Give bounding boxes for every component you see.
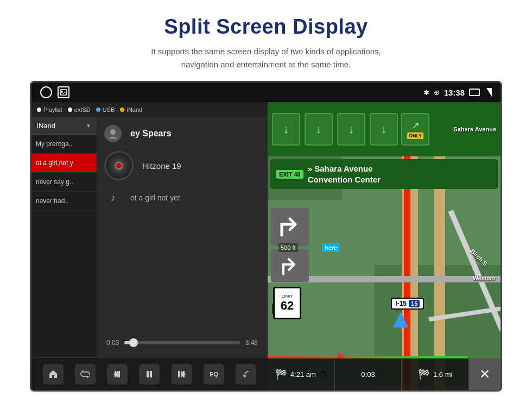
only-arrow-icon: ↗ <box>411 119 420 131</box>
travel-time-item: 0:03 <box>335 358 402 390</box>
svg-rect-6 <box>147 371 149 377</box>
arrow-down-2: ↓ <box>305 113 333 146</box>
arrow-signs-container: ↓ ↓ ↓ ↓ <box>272 113 398 146</box>
progress-thumb <box>129 338 138 347</box>
playlist-item-3[interactable]: never say g.. <box>31 173 97 192</box>
speed-limit-sign: LIMIT 62 <box>273 287 301 319</box>
page-title: Split Screen Display <box>11 15 521 39</box>
status-left <box>40 86 69 98</box>
source-selector[interactable]: iNand ▼ <box>31 117 97 135</box>
arrow-down-4: ↓ <box>370 113 398 146</box>
svg-point-2 <box>110 129 116 135</box>
nav-close-button[interactable]: ✕ <box>469 358 501 390</box>
image-icon <box>58 86 69 98</box>
artist-name: ey Spears <box>130 129 172 138</box>
page-header: Split Screen Display It supports the sam… <box>0 0 532 81</box>
dot-usb <box>96 108 100 112</box>
flag-start-icon: 🏁 <box>275 368 287 380</box>
map-background: ↓ ↓ ↓ ↓ ↗ ONLY Sahara Avenue <box>268 102 501 390</box>
source-inand[interactable]: iNand <box>120 106 142 113</box>
pause-button[interactable] <box>139 364 160 385</box>
playlist-item-2[interactable]: ot a girl,not y <box>31 154 97 173</box>
circle-icon <box>40 86 52 98</box>
highway-sign: ↓ ↓ ↓ ↓ ↗ ONLY Sahara Avenue <box>268 102 501 156</box>
playlist-sidebar: iNand ▼ My preroga.. ot a girl,not y nev… <box>31 117 97 357</box>
highway-shield: I-15 15 <box>391 298 424 310</box>
progress-bar[interactable] <box>124 341 239 344</box>
exit-info-box: EXIT 40 » Sahara Avenue Convention Cente… <box>270 159 498 189</box>
nav-bottom-bar: 🏁 4:21 am ⏱ 0:03 🏁 1.6 mi ✕ <box>268 358 501 390</box>
speed-limit-value: 62 <box>281 299 294 313</box>
nav-panel: ↓ ↓ ↓ ↓ ↗ ONLY Sahara Avenue <box>268 102 501 390</box>
street-label: Sahara Avenue <box>453 126 496 133</box>
split-screen: Playlist extSD USB iNand <box>31 102 501 390</box>
interstate-shield: 15 <box>409 300 420 307</box>
svg-rect-7 <box>150 371 152 377</box>
clock-icon: ⏱ <box>319 370 327 379</box>
music-content: iNand ▼ My preroga.. ot a girl,not y nev… <box>31 117 268 357</box>
status-right: ✱ ⊕ 13:38 <box>423 88 492 97</box>
album-row: Hitzone 19 <box>104 151 260 180</box>
home-button[interactable] <box>43 364 64 385</box>
music-note-icon: ♪ <box>104 189 122 206</box>
source-bar: Playlist extSD USB iNand <box>31 102 268 117</box>
track-title: ot a girl not yet <box>130 193 180 202</box>
repeat-button[interactable] <box>75 364 96 385</box>
location-icon: ⊕ <box>434 89 440 97</box>
prev-button[interactable] <box>107 364 128 385</box>
source-usb[interactable]: USB <box>96 106 115 113</box>
device-frame: ✱ ⊕ 13:38 Playlist extSD <box>30 81 502 392</box>
progress-bar-container: 0:03 3:48 <box>106 339 258 346</box>
music-panel: Playlist extSD USB iNand <box>31 102 268 390</box>
dot-inand <box>120 108 124 112</box>
back-icon <box>486 88 492 97</box>
distance-ft: 500 ft <box>278 243 298 252</box>
turn-icon-secondary <box>271 249 309 282</box>
eq-button[interactable]: EQ <box>204 364 224 385</box>
only-sign: ↗ ONLY <box>401 113 429 146</box>
back-button[interactable] <box>236 364 256 385</box>
svg-point-1 <box>61 91 63 92</box>
bluetooth-icon: ✱ <box>423 89 429 97</box>
eta-value: 4:21 am <box>290 370 316 379</box>
car-position <box>393 312 408 327</box>
exit-destination: » Sahara Avenue Convention Center <box>308 163 381 185</box>
album-name: Hitzone 19 <box>142 161 181 171</box>
svg-rect-4 <box>118 371 120 377</box>
artist-row: ey Spears <box>104 125 260 142</box>
artist-icon <box>104 125 122 142</box>
source-playlist[interactable]: Playlist <box>37 106 62 113</box>
controls-bar: EQ <box>31 357 268 390</box>
dropdown-arrow-icon: ▼ <box>86 123 91 129</box>
only-arrow-box: ↗ ONLY <box>401 113 429 146</box>
dot-playlist <box>37 108 41 112</box>
player-main: ey Spears Hitzone 19 ♪ ot a girl not yet <box>97 117 268 357</box>
status-time: 13:38 <box>444 88 465 97</box>
progress-area: 0:03 3:48 <box>104 339 260 350</box>
only-label: ONLY <box>407 133 423 139</box>
source-extsd[interactable]: extSD <box>68 106 91 113</box>
car-arrow <box>393 312 408 327</box>
route-distance-value: 1.6 mi <box>433 370 452 379</box>
speed-limit-label: LIMIT <box>282 294 293 299</box>
vinyl-disc <box>104 151 134 180</box>
next-button[interactable] <box>172 364 192 385</box>
distance-item: 🏁 1.6 mi <box>402 358 469 390</box>
exit-badge: EXIT 40 <box>276 170 303 179</box>
vinyl-center <box>115 162 123 169</box>
window-icon <box>469 89 480 96</box>
eta-item: 🏁 4:21 am ⏱ <box>268 358 335 390</box>
arrow-down-3: ↓ <box>337 113 365 146</box>
track-title-row: ♪ ot a girl not yet <box>104 189 260 206</box>
svg-rect-5 <box>115 371 116 377</box>
arrow-down-1: ↓ <box>272 113 300 146</box>
status-bar: ✱ ⊕ 13:38 <box>31 83 501 102</box>
travel-time-value: 0:03 <box>361 370 375 379</box>
westwood-label: Westwo <box>473 275 495 281</box>
source-selector-label: iNand <box>37 122 55 130</box>
flag-end-icon: 🏁 <box>418 368 430 380</box>
here-badge: here <box>322 243 340 252</box>
highway-label: I-15 <box>395 300 407 307</box>
playlist-item-4[interactable]: never had.. <box>31 192 97 211</box>
playlist-item-1[interactable]: My preroga.. <box>31 135 97 154</box>
